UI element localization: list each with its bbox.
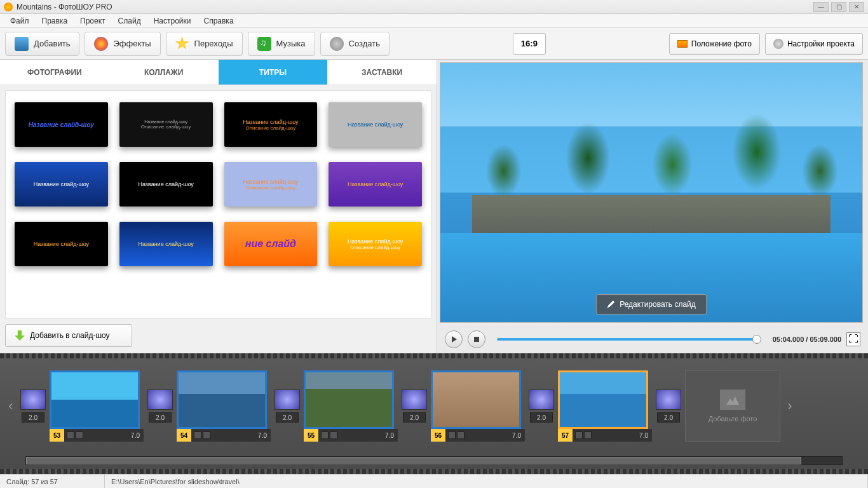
reel-icon — [330, 37, 344, 51]
menu-file[interactable]: Файл — [4, 17, 36, 25]
stop-button[interactable] — [468, 330, 485, 348]
create-button[interactable]: Создать — [320, 32, 390, 56]
effects-button-label: Эффекты — [113, 39, 151, 48]
title-template[interactable]: Название слайд-шоу — [119, 222, 213, 266]
play-icon — [452, 336, 457, 342]
maximize-button[interactable]: ▢ — [831, 2, 846, 12]
timeline-slide[interactable]: 537.0 — [50, 370, 144, 442]
timeline-slide-selected[interactable]: 577.0 — [558, 370, 652, 442]
tab-collages[interactable]: КОЛЛАЖИ — [109, 60, 219, 85]
photo-position-label: Положение фото — [691, 39, 752, 48]
timeline-slide[interactable]: 567.0 — [431, 370, 525, 442]
main-toolbar: Добавить Эффекты Переходы Музыка Создать… — [0, 28, 868, 60]
transition-thumb[interactable]: 2.0 — [402, 390, 427, 423]
project-settings-label: Настройки проекта — [787, 39, 855, 48]
transition-thumb[interactable]: 2.0 — [20, 390, 46, 423]
tab-intros[interactable]: ЗАСТАВКИ — [327, 60, 437, 85]
transition-thumb[interactable]: 2.0 — [656, 390, 681, 423]
timeline-scrollbar[interactable] — [25, 456, 843, 465]
scrollbar-thumb[interactable] — [26, 457, 801, 464]
tab-titles[interactable]: ТИТРЫ — [219, 60, 328, 85]
aspect-ratio-selector[interactable]: 16:9 — [513, 33, 546, 55]
timeline: ‹ 2.0 537.0 2.0 547.0 2.0 557.0 2.0 567.… — [0, 353, 868, 474]
stop-icon — [474, 337, 479, 342]
timeline-slide[interactable]: 547.0 — [177, 370, 271, 442]
title-template[interactable]: Название слайд-шоу — [119, 162, 213, 207]
status-path: E:\Users\En\Pictures\for slideshow\trave… — [105, 475, 868, 488]
add-photo-label: Добавьте фото — [709, 415, 757, 423]
menu-project[interactable]: Проект — [74, 17, 112, 25]
create-button-label: Создать — [349, 39, 380, 48]
filmstrip-decoration — [0, 469, 868, 474]
tab-photos[interactable]: ФОТОГРАФИИ — [0, 60, 109, 85]
edit-slide-button[interactable]: Редактировать слайд — [596, 294, 707, 315]
title-template[interactable]: Название слайд-шоу — [329, 102, 422, 147]
gear-icon — [773, 39, 783, 49]
title-template[interactable]: ние слайд — [224, 222, 318, 266]
effects-button[interactable]: Эффекты — [85, 32, 160, 56]
time-display: 05:04.000 / 05:09.000 — [773, 336, 841, 343]
playback-controls: 05:04.000 / 05:09.000 ⛶ — [437, 325, 868, 353]
transitions-button[interactable]: Переходы — [166, 32, 243, 56]
category-tabs: ФОТОГРАФИИ КОЛЛАЖИ ТИТРЫ ЗАСТАВКИ — [0, 60, 437, 85]
app-logo-icon — [4, 3, 13, 11]
title-template[interactable]: Название слайд-шоу — [329, 162, 422, 207]
transition-thumb[interactable]: 2.0 — [275, 390, 300, 423]
music-button[interactable]: Музыка — [248, 32, 315, 56]
fullscreen-button[interactable]: ⛶ — [846, 332, 860, 346]
menu-help[interactable]: Справка — [197, 17, 240, 25]
project-settings-button[interactable]: Настройки проекта — [765, 33, 863, 55]
close-button[interactable]: ✕ — [849, 2, 864, 12]
minimize-button[interactable]: — — [813, 2, 829, 12]
add-button[interactable]: Добавить — [5, 32, 79, 56]
add-to-slideshow-label: Добавить в слайд-шоу — [30, 331, 110, 340]
title-template[interactable]: Название слайд-шоу — [15, 222, 108, 266]
star-icon — [175, 37, 189, 51]
timeline-next-button[interactable]: › — [784, 398, 796, 414]
templates-panel: ФОТОГРАФИИ КОЛЛАЖИ ТИТРЫ ЗАСТАВКИ Назван… — [0, 60, 437, 353]
templates-grid[interactable]: Название слайд-шоу Название слайд-шоуОпи… — [5, 90, 431, 319]
title-template[interactable]: Название слайд-шоуОписание слайд-шоу — [224, 102, 318, 147]
status-bar: Слайд: 57 из 57 E:\Users\En\Pictures\for… — [0, 474, 868, 488]
add-photo-placeholder[interactable]: Добавьте фото — [685, 370, 780, 442]
pencil-icon — [607, 301, 614, 308]
seek-bar[interactable] — [497, 338, 761, 341]
transitions-button-label: Переходы — [194, 39, 233, 48]
add-button-label: Добавить — [34, 39, 70, 48]
menu-slide[interactable]: Слайд — [112, 17, 147, 25]
seek-handle[interactable] — [752, 335, 761, 344]
arrow-down-icon — [15, 330, 25, 341]
transition-thumb[interactable]: 2.0 — [147, 390, 173, 423]
palette-icon — [94, 37, 108, 51]
status-slide-count: Слайд: 57 из 57 — [0, 475, 105, 488]
music-button-label: Музыка — [276, 39, 306, 48]
transition-thumb[interactable]: 2.0 — [529, 390, 554, 423]
title-template[interactable]: Название слайд-шоуОписание слайд-шоу — [119, 102, 213, 147]
menu-bar: Файл Правка Проект Слайд Настройки Справ… — [0, 14, 868, 28]
title-bar: Mountains - ФотоШОУ PRO — ▢ ✕ — [0, 0, 868, 14]
menu-settings[interactable]: Настройки — [147, 17, 198, 25]
timeline-slide[interactable]: 557.0 — [304, 370, 398, 442]
photo-position-button[interactable]: Положение фото — [669, 33, 760, 55]
aspect-ratio-label: 16:9 — [521, 39, 538, 48]
title-template[interactable]: Название слайд-шоуОписание слайд-шоу — [329, 222, 422, 266]
music-note-icon — [257, 37, 271, 51]
slide-preview[interactable]: Редактировать слайд — [440, 62, 863, 323]
add-to-slideshow-button[interactable]: Добавить в слайд-шоу — [5, 324, 132, 347]
play-button[interactable] — [445, 330, 463, 348]
title-template[interactable]: Название слайд-шоуОписание слайд-шоу — [224, 162, 318, 207]
window-title: Mountains - ФотоШОУ PRO — [17, 3, 112, 11]
edit-slide-label: Редактировать слайд — [620, 300, 696, 309]
preview-panel: Редактировать слайд 05:04.000 / 05:09.00… — [437, 60, 868, 353]
photo-icon — [677, 40, 688, 48]
title-template[interactable]: Название слайд-шоу — [15, 162, 108, 207]
filmstrip-decoration — [0, 353, 868, 358]
title-template[interactable]: Название слайд-шоу — [15, 102, 108, 147]
timeline-prev-button[interactable]: ‹ — [5, 398, 17, 414]
camera-icon — [15, 37, 29, 51]
menu-edit[interactable]: Правка — [36, 17, 74, 25]
image-placeholder-icon — [720, 390, 745, 410]
